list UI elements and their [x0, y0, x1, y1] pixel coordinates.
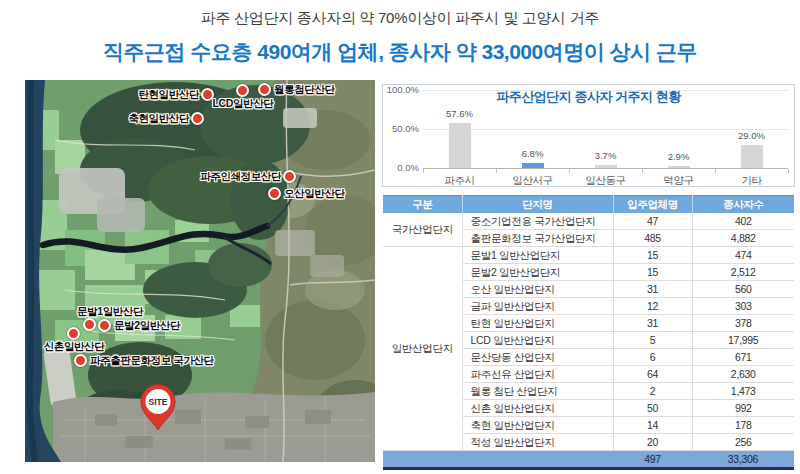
x-axis-label: 덕양구	[642, 174, 715, 188]
firms-cell: 31	[613, 315, 692, 332]
workers-cell: 671	[692, 349, 794, 366]
y-axis-tick: 0.0%	[383, 162, 419, 173]
axis-tick	[569, 169, 570, 173]
workers-cell: 560	[692, 281, 794, 298]
total-blank-cell	[383, 451, 613, 469]
firms-cell: 6	[613, 349, 692, 366]
site-pin-icon: SITE	[138, 384, 178, 432]
workers-cell: 992	[692, 400, 794, 417]
chart-bar-slot: 29.0%	[715, 90, 788, 168]
table-header-cell: 구분	[383, 196, 462, 214]
complex-name-cell: 탄현 일반산업단지	[462, 315, 613, 332]
workers-cell: 2,512	[692, 264, 794, 281]
firms-cell: 64	[613, 366, 692, 383]
complex-name-cell: 적성 일반산업단지	[462, 434, 613, 451]
table-row: 일반산업단지문발1 일반산업단지15474	[383, 247, 794, 264]
y-axis-tick: 100.0%	[383, 84, 419, 95]
chart-value-label: 6.8%	[496, 148, 569, 159]
map-marker-dot	[67, 327, 80, 340]
workers-cell: 2,630	[692, 366, 794, 383]
map-marker: 문발1일반산단	[83, 318, 97, 332]
map-marker-label: 파주출판문화정보 국가산단	[90, 354, 214, 368]
complex-table: 구분단지명입주업체명종사자수 국가산업단지중소기업전용 국가산업단지47402출…	[383, 195, 794, 470]
page-title: 파주 산업단지 종사자의 약 70%이상이 파주시 및 고양시 거주	[0, 9, 800, 28]
complex-name-cell: 축현 일반산업단지	[462, 417, 613, 434]
map-marker: 파주출판문화정보 국가산단	[74, 354, 88, 368]
chart-bar	[595, 165, 617, 168]
complex-name-cell: 금파 일반산업단지	[462, 298, 613, 315]
firms-cell: 47	[613, 213, 692, 230]
firms-cell: 5	[613, 332, 692, 349]
chart-bar	[741, 145, 763, 168]
satellite-map: 탄현일반산단LCD일반산단월롱첨단산단축현일반산단파주인쇄정보산단오산일반산단문…	[25, 80, 375, 462]
firms-cell: 485	[613, 230, 692, 247]
table-header-cell: 종사자수	[692, 196, 794, 214]
firms-cell: 31	[613, 281, 692, 298]
table-row: 국가산업단지중소기업전용 국가산업단지47402	[383, 213, 794, 230]
chart-bar-slot: 6.8%	[496, 90, 569, 168]
workers-cell: 17,995	[692, 332, 794, 349]
chart-value-label: 2.9%	[642, 151, 715, 162]
map-marker: 파주인쇄정보산단	[283, 170, 297, 184]
map-marker-dot	[283, 170, 296, 183]
workers-cell: 256	[692, 434, 794, 451]
map-marker: 문발2일반산단	[98, 319, 112, 333]
map-marker-dot	[268, 187, 281, 200]
complex-name-cell: 오산 일반산업단지	[462, 281, 613, 298]
map-marker-label: 월롱첨단산단	[274, 83, 335, 97]
complex-name-cell: 문발1 일반산업단지	[462, 247, 613, 264]
map-marker-dot	[258, 83, 271, 96]
map-marker-dot	[74, 354, 87, 367]
map-marker: 신촌일반산단	[67, 327, 81, 341]
workers-cell: 4,882	[692, 230, 794, 247]
x-axis-labels: 파주시일산서구일산동구덕양구기타	[423, 174, 788, 188]
chart-bar	[522, 163, 544, 168]
chart-value-label: 29.0%	[715, 130, 788, 141]
map-marker: 월롱첨단산단	[258, 83, 272, 97]
firms-cell: 15	[613, 264, 692, 281]
table-header-cell: 입주업체명	[613, 196, 692, 214]
x-axis-ticks	[423, 169, 788, 173]
complex-name-cell: 파주선유 산업단지	[462, 366, 613, 383]
firms-cell: 15	[613, 247, 692, 264]
workers-cell: 402	[692, 213, 794, 230]
map-marker-dot	[236, 84, 249, 97]
workers-cell: 178	[692, 417, 794, 434]
table-total-row: 49733,306	[383, 451, 794, 469]
axis-tick	[715, 169, 716, 173]
map-marker-dot	[83, 318, 96, 331]
firms-cell: 50	[613, 400, 692, 417]
total-firms-cell: 497	[613, 451, 692, 469]
firms-cell: 14	[613, 417, 692, 434]
map-marker-label: 탄현일반산단	[138, 88, 199, 102]
table-group-cell: 일반산업단지	[383, 247, 462, 451]
map-marker: 오산일반산단	[268, 187, 282, 201]
complex-name-cell: 출판문화정보 국가산업단지	[462, 230, 613, 247]
axis-tick	[642, 169, 643, 173]
axis-tick	[788, 169, 789, 173]
y-axis-tick: 50.0%	[383, 123, 419, 134]
workers-cell: 378	[692, 315, 794, 332]
chart-bar	[668, 166, 690, 168]
chart-value-label: 3.7%	[569, 150, 642, 161]
axis-tick	[496, 169, 497, 173]
x-axis-label: 파주시	[423, 174, 496, 188]
map-marker: LCD일반산단	[236, 84, 250, 98]
map-marker-label: LCD일반산단	[213, 97, 274, 111]
table-body: 국가산업단지중소기업전용 국가산업단지47402출판문화정보 국가산업단지485…	[383, 213, 794, 469]
axis-tick	[423, 169, 424, 173]
chart-value-label: 57.6%	[423, 108, 496, 119]
firms-cell: 20	[613, 434, 692, 451]
chart-bar-slot: 3.7%	[569, 90, 642, 168]
workers-cell: 1,473	[692, 383, 794, 400]
firms-cell: 2	[613, 383, 692, 400]
slide: 파주 산업단지 종사자의 약 70%이상이 파주시 및 고양시 거주 직주근접 …	[0, 0, 800, 474]
x-axis-label: 기타	[715, 174, 788, 188]
map-marker-label: 문발1일반산단	[77, 305, 143, 319]
complex-name-cell: 문발2 일반산업단지	[462, 264, 613, 281]
firms-cell: 12	[613, 298, 692, 315]
complex-name-cell: 문산당동 산업단지	[462, 349, 613, 366]
chart-plot: 57.6%6.8%3.7%2.9%29.0%	[423, 90, 788, 169]
map-marker-layer: 탄현일반산단LCD일반산단월롱첨단산단축현일반산단파주인쇄정보산단오산일반산단문…	[25, 80, 375, 462]
x-axis-label: 일산서구	[496, 174, 569, 188]
